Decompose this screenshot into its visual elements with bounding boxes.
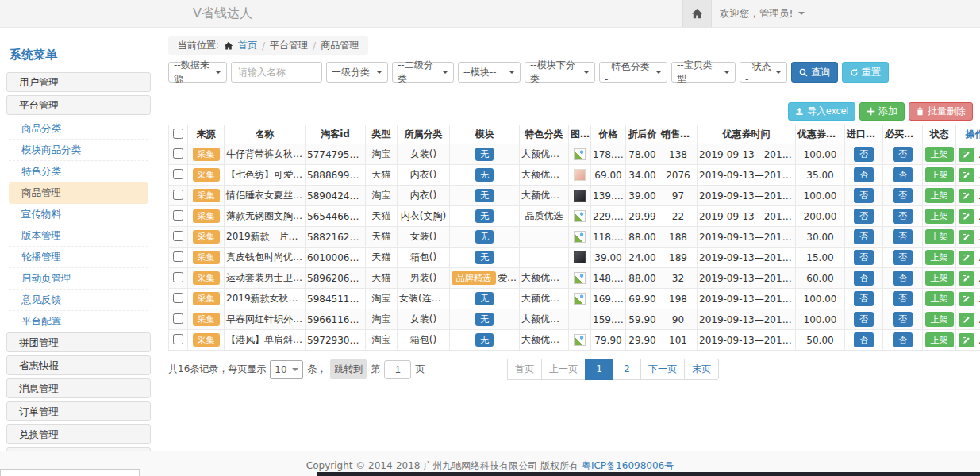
sidebar-item[interactable]: 宣传物料 [9, 204, 148, 225]
import-toggle-button[interactable]: 否 [854, 250, 874, 265]
import-toggle-button[interactable]: 否 [854, 147, 874, 162]
sidebar-item[interactable]: 用户管理 [6, 72, 151, 92]
per-page-select[interactable]: 10 [270, 360, 303, 379]
status-button[interactable]: 上架 [925, 229, 954, 244]
row-checkbox[interactable] [173, 293, 183, 303]
icp-link[interactable]: 粤ICP备16098006号 [582, 460, 674, 471]
data-source-select[interactable]: --数据来源-- [168, 62, 227, 83]
level2-category-select[interactable]: --二级分类-- [392, 62, 454, 83]
edit-button[interactable] [959, 313, 974, 327]
pager-button[interactable]: 上一页 [541, 359, 586, 380]
pager-button[interactable]: 首页 [507, 359, 542, 380]
row-checkbox[interactable] [173, 231, 183, 241]
row-checkbox[interactable] [173, 313, 183, 324]
import-toggle-button[interactable]: 否 [854, 291, 874, 306]
edit-button[interactable] [959, 230, 974, 244]
mustbuy-toggle-button[interactable]: 否 [893, 209, 913, 224]
import-excel-button[interactable]: 导入excel [788, 102, 855, 121]
sidebar-item[interactable]: 订单管理 [6, 401, 151, 421]
level1-category-select[interactable]: 一级分类 [326, 62, 388, 83]
edit-button[interactable] [959, 189, 974, 203]
status-button[interactable]: 上架 [925, 188, 954, 203]
sidebar-item[interactable]: 启动页管理 [9, 268, 148, 290]
sidebar-item[interactable]: 兑换管理 [6, 424, 151, 444]
sidebar-item[interactable]: 特色分类 [9, 161, 148, 182]
sidebar-item[interactable]: 平台配置 [9, 311, 148, 332]
select-all-checkbox[interactable] [173, 129, 183, 139]
edit-button[interactable] [959, 251, 974, 265]
feature-category-select[interactable]: --特色分类-- [599, 62, 667, 83]
import-toggle-button[interactable]: 否 [854, 271, 874, 286]
pager-button[interactable]: 1 [585, 359, 613, 380]
sidebar-item[interactable]: 商品管理 [9, 182, 148, 204]
edit-button[interactable] [959, 333, 974, 347]
reset-button[interactable]: 重置 [842, 62, 889, 83]
icon-cell [569, 186, 591, 206]
edit-button[interactable] [959, 271, 974, 286]
row-checkbox[interactable] [173, 210, 183, 221]
jump-button[interactable]: 跳转到 [330, 359, 367, 379]
module-select[interactable]: --模块-- [458, 62, 521, 83]
module-subcategory-select[interactable]: --模块下分类-- [525, 62, 595, 83]
sidebar-item[interactable]: 省惠快报 [6, 355, 151, 375]
sidebar-item[interactable]: 商品分类 [9, 118, 148, 140]
edit-button[interactable] [959, 292, 974, 306]
edit-button[interactable] [959, 209, 974, 224]
sales-count: 138 [659, 144, 698, 165]
row-checkbox[interactable] [173, 272, 183, 282]
batch-delete-button[interactable]: 批量删除 [909, 102, 973, 121]
row-checkbox[interactable] [173, 169, 183, 179]
item-type-select[interactable]: --宝贝类型-- [671, 62, 736, 83]
name-search-input[interactable] [231, 62, 322, 83]
status-button[interactable]: 上架 [925, 167, 954, 182]
import-toggle-button[interactable]: 否 [854, 167, 874, 182]
status-button[interactable]: 上架 [925, 209, 954, 224]
home-button[interactable] [682, 0, 712, 27]
mustbuy-toggle-button[interactable]: 否 [893, 167, 913, 182]
status-button[interactable]: 上架 [925, 291, 954, 306]
row-checkbox[interactable] [173, 148, 183, 159]
row-checkbox[interactable] [173, 251, 183, 262]
row-checkbox[interactable] [173, 334, 183, 344]
mustbuy-toggle-button[interactable]: 否 [893, 271, 913, 286]
status-button[interactable]: 上架 [925, 271, 954, 286]
pager-button[interactable]: 下一页 [640, 359, 685, 380]
mustbuy-toggle-button[interactable]: 否 [893, 188, 913, 203]
row-checkbox[interactable] [173, 190, 183, 200]
breadcrumb-home-link[interactable]: 首页 [238, 39, 257, 52]
mustbuy-toggle-button[interactable]: 否 [893, 332, 913, 347]
status-button[interactable]: 上架 [925, 147, 954, 162]
mustbuy-toggle-button[interactable]: 否 [893, 312, 913, 327]
module-badge: 无 [475, 209, 494, 223]
sidebar-item[interactable]: 模块商品分类 [9, 140, 148, 161]
import-toggle-button[interactable]: 否 [854, 209, 874, 224]
status-button[interactable]: 上架 [925, 332, 954, 347]
mustbuy-toggle-button[interactable]: 否 [893, 291, 913, 306]
import-toggle-button[interactable]: 否 [854, 332, 874, 347]
status-button[interactable]: 上架 [925, 250, 954, 265]
edit-button[interactable] [959, 168, 974, 182]
search-button[interactable]: 查询 [791, 62, 838, 83]
sidebar-item[interactable]: 消息管理 [6, 378, 151, 398]
user-menu[interactable]: 欢迎您，管理员! [720, 0, 805, 27]
sidebar-item[interactable]: 平台管理 [6, 95, 151, 115]
import-toggle-button[interactable]: 否 [854, 188, 874, 203]
add-button[interactable]: 添加 [859, 102, 905, 121]
select-value: --状态-- [745, 60, 775, 85]
mustbuy-toggle-button[interactable]: 否 [893, 229, 913, 244]
mustbuy-toggle-button[interactable]: 否 [893, 250, 913, 265]
pager-button[interactable]: 末页 [684, 359, 719, 380]
page-number-input[interactable] [384, 360, 411, 379]
sidebar-item[interactable]: 轮播管理 [9, 247, 148, 268]
import-toggle-button[interactable]: 否 [854, 229, 874, 244]
pager-button[interactable]: 2 [613, 359, 641, 380]
edit-button[interactable] [959, 148, 974, 162]
mustbuy-toggle-button[interactable]: 否 [893, 147, 913, 162]
import-toggle-button[interactable]: 否 [854, 312, 874, 327]
sidebar-item[interactable]: 拼团管理 [6, 332, 151, 352]
sidebar-item[interactable]: 版本管理 [9, 225, 148, 247]
status-select[interactable]: --状态-- [740, 62, 787, 83]
caret-down-icon [724, 71, 730, 74]
status-button[interactable]: 上架 [925, 312, 954, 327]
sidebar-item[interactable]: 意见反馈 [9, 290, 148, 311]
